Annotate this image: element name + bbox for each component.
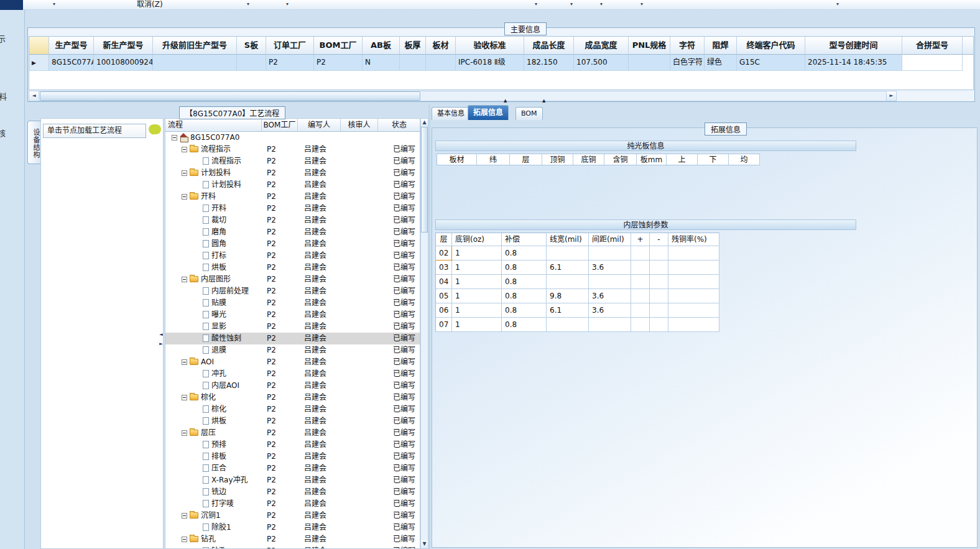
etch-cell[interactable]	[668, 275, 719, 289]
column-header[interactable]: 生产型号	[49, 37, 94, 55]
scroll-left-icon[interactable]: ◄	[29, 91, 39, 101]
etch-column-header[interactable]: 补偿	[502, 233, 547, 246]
column-header[interactable]: 型号创建时间	[805, 37, 902, 55]
collapse-minus-icon[interactable]	[172, 135, 177, 141]
tree-row[interactable]: 层压P2吕建会已编写	[165, 427, 420, 439]
etch-cell[interactable]: 3.6	[589, 261, 631, 275]
etch-cell[interactable]	[631, 303, 650, 318]
etch-cell[interactable]	[547, 275, 589, 289]
tree-row[interactable]: 流程指示P2吕建会已编写	[165, 144, 420, 155]
column-header-partial[interactable]: 生	[963, 37, 974, 55]
etch-cell[interactable]	[547, 318, 589, 332]
column-header[interactable]: AB板	[363, 37, 400, 55]
etch-cell[interactable]: 06	[436, 303, 452, 318]
etch-cell[interactable]: 1	[452, 275, 502, 289]
tree-row[interactable]: 打标P2吕建会已编写	[165, 250, 420, 262]
tree-row[interactable]: 内层AOIP2吕建会已编写	[165, 380, 420, 392]
etch-cell[interactable]	[631, 246, 650, 261]
collapse-minus-icon[interactable]	[182, 513, 187, 519]
etch-cell[interactable]	[668, 246, 719, 261]
tree-row[interactable]: AOIP2吕建会已编写	[165, 356, 420, 368]
main-row-cell[interactable]	[400, 55, 426, 71]
etch-cell[interactable]: 03	[436, 261, 452, 275]
tree-row[interactable]: 圆角P2吕建会已编写	[165, 238, 420, 250]
tree-column-header[interactable]: 流程	[165, 119, 262, 131]
tree-row[interactable]: 冲孔P2吕建会已编写	[165, 368, 420, 380]
etch-cell[interactable]: 9.8	[547, 289, 589, 303]
etch-cell[interactable]	[650, 246, 668, 261]
dropdown-arrow-icon[interactable]: ▾	[640, 1, 643, 7]
etch-column-header[interactable]: 线宽(mil)	[547, 233, 589, 246]
tree-row[interactable]: 计划投料P2吕建会已编写	[165, 167, 420, 179]
collapse-minus-icon[interactable]	[182, 537, 187, 542]
bareboard-column-header[interactable]: 顶铜	[542, 154, 573, 165]
tree-row[interactable]: X-Ray冲孔P2吕建会已编写	[165, 474, 420, 486]
tree-vscrollbar[interactable]: ▲ ▼	[420, 118, 428, 549]
tree-row[interactable]: 钻孔P2吕建会已编写	[165, 533, 420, 545]
etch-cell[interactable]	[631, 261, 650, 275]
etch-cell[interactable]	[631, 289, 650, 303]
dropdown-arrow-icon[interactable]: ▾	[600, 1, 603, 7]
tree-column-header[interactable]: 核审人	[341, 119, 378, 131]
tree-row[interactable]: 铣边P2吕建会已编写	[165, 486, 420, 498]
etch-cell[interactable]	[650, 318, 668, 332]
column-header[interactable]: PNL规格	[629, 37, 670, 55]
tree-row[interactable]: 磨角P2吕建会已编写	[165, 226, 420, 238]
etch-cell[interactable]: 0.8	[502, 275, 547, 289]
main-row-cell[interactable]: G15C	[737, 55, 805, 71]
collapse-minus-icon[interactable]	[182, 277, 187, 282]
main-grid-hscrollbar[interactable]: ◄ ►	[29, 91, 897, 101]
splitter-collapse-icon[interactable]: ▲	[504, 98, 507, 103]
column-header[interactable]: 阻焊	[705, 37, 737, 55]
splitter-left-icon[interactable]: ◄	[159, 332, 162, 337]
etch-cell[interactable]: 1	[452, 261, 502, 275]
tree-column-header[interactable]: 状态	[378, 119, 420, 131]
tab-basic-info[interactable]: 基本信息	[432, 107, 470, 120]
column-header[interactable]: 终端客户代码	[737, 37, 805, 55]
collapse-minus-icon[interactable]	[182, 359, 187, 365]
main-row-cell[interactable]: N	[363, 55, 400, 71]
vscroll-thumb[interactable]	[421, 127, 428, 233]
dropdown-arrow-icon[interactable]: ▾	[53, 1, 55, 7]
etch-cell[interactable]	[650, 289, 668, 303]
column-header[interactable]: 新生产型号	[94, 37, 153, 55]
main-row-cell[interactable]: 10010800092423	[94, 55, 153, 71]
tree-row[interactable]: 裁切P2吕建会已编写	[165, 215, 420, 226]
etch-cell[interactable]: 0.8	[502, 318, 547, 332]
main-row-cell[interactable]: 8G15C077A0	[49, 55, 94, 71]
splitter-collapse-icon[interactable]: ▲	[542, 98, 545, 103]
main-row-cell[interactable]: 绿色	[705, 55, 737, 71]
tree-row[interactable]: 显影P2吕建会已编写	[165, 321, 420, 333]
tree-row[interactable]: 退膜P2吕建会已编写	[165, 344, 420, 356]
tab-extended-info[interactable]: 拓展信息	[468, 105, 509, 120]
tree-row[interactable]: 8G15C077A0	[165, 132, 420, 144]
main-row-cell[interactable]: P2	[314, 55, 363, 71]
tree-row[interactable]: 酸性蚀刻P2吕建会已编写	[165, 333, 420, 344]
collapse-minus-icon[interactable]	[182, 430, 187, 436]
etch-cell[interactable]: 0.8	[502, 246, 547, 261]
column-header[interactable]: 成品宽度	[574, 37, 629, 55]
column-header[interactable]: 板厚	[400, 37, 426, 55]
etch-cell[interactable]	[668, 318, 719, 332]
bareboard-column-header[interactable]: 板mm	[637, 154, 667, 165]
dropdown-arrow-icon[interactable]: ▾	[535, 1, 537, 7]
etch-cell[interactable]: 0.8	[502, 289, 547, 303]
hscroll-thumb[interactable]	[40, 91, 420, 101]
etch-cell[interactable]: 05	[436, 289, 452, 303]
etch-cell[interactable]	[589, 275, 631, 289]
etch-cell[interactable]	[668, 261, 719, 275]
tree-row[interactable]: 流程指示P2吕建会已编写	[165, 155, 420, 167]
bareboard-column-header[interactable]: 板材	[437, 154, 477, 165]
etch-cell[interactable]: 3.6	[589, 303, 631, 318]
bareboard-column-header[interactable]: 上	[667, 154, 698, 165]
etch-row[interactable]: 0510.89.83.6	[436, 289, 719, 303]
etch-cell[interactable]	[668, 303, 719, 318]
collapse-minus-icon[interactable]	[182, 395, 187, 400]
column-header[interactable]: BOM工厂	[314, 37, 363, 55]
etch-column-header[interactable]: 底铜(oz)	[452, 233, 502, 246]
etch-row[interactable]: 0710.8	[436, 318, 719, 332]
dropdown-arrow-icon[interactable]: ▾	[570, 1, 573, 7]
etch-cell[interactable]: 6.1	[547, 303, 589, 318]
column-header[interactable]: 合拼型号	[902, 37, 963, 55]
bareboard-column-header[interactable]: 纬	[477, 154, 510, 165]
